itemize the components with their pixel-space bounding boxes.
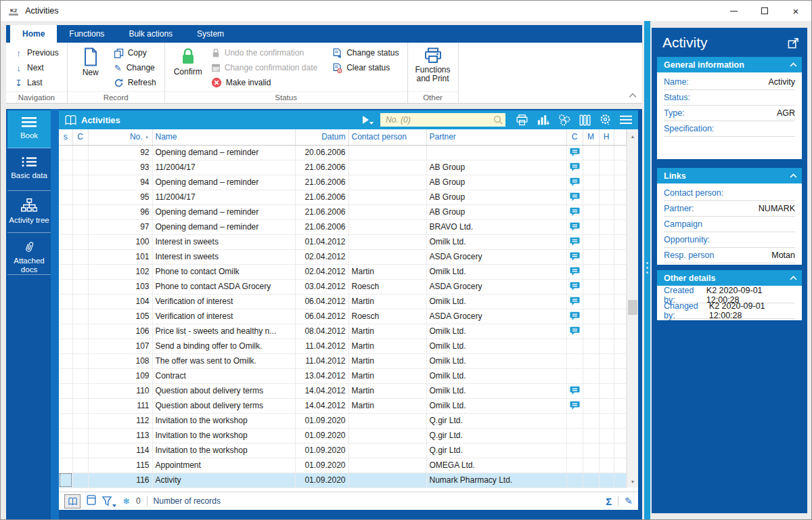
table-row[interactable]: 96Opening demand – reminder21.06.2006AB …	[59, 204, 627, 219]
section-general-information: General information Name:ActivityStatus:…	[657, 57, 802, 159]
vertical-scrollbar[interactable]: ▲ ▼	[627, 129, 638, 488]
copy-button[interactable]: Copy	[110, 45, 160, 60]
search-input[interactable]	[380, 113, 505, 127]
table-row[interactable]: 106Price list - sweets and healthy n...0…	[59, 324, 627, 339]
ribbon-collapse-chevron[interactable]	[629, 89, 637, 101]
menu-button[interactable]	[618, 115, 634, 125]
table-row[interactable]: 111Question about delivery terms14.04.20…	[59, 398, 627, 413]
detail-field[interactable]: Name:Activity	[664, 74, 795, 90]
section-header[interactable]: Links	[657, 168, 802, 183]
section-header[interactable]: Other details	[657, 270, 802, 286]
minimize-button[interactable]	[718, 1, 749, 21]
chevron-up-icon[interactable]	[784, 270, 802, 286]
table-row[interactable]: 97Opening demand – reminder21.06.2006BRA…	[59, 219, 627, 234]
functions-and-print-button[interactable]: Functions and Print	[412, 45, 454, 83]
column-header-contact-person[interactable]: Contact person	[348, 129, 426, 145]
column-header-name[interactable]: Name	[152, 129, 295, 145]
table-row[interactable]: 104Verification of interest06.04.2012Mar…	[59, 294, 627, 309]
table-row[interactable]: 101Interest in sweets02.04.2012ASDA Groc…	[59, 249, 627, 264]
book-icon	[64, 114, 77, 126]
sum-button[interactable]: Σ	[606, 496, 612, 507]
gears-button[interactable]	[556, 114, 573, 126]
table-row[interactable]: 113Invitation to the workshop01.09.2020Q…	[59, 428, 627, 443]
table-row[interactable]: 108The offer was sent to Omilk.11.04.201…	[59, 353, 627, 368]
close-button[interactable]: ×	[780, 1, 811, 21]
confirm-button[interactable]: Confirm	[169, 45, 207, 77]
tab-functions[interactable]: Functions	[57, 25, 116, 43]
detail-field[interactable]: Status:	[664, 90, 795, 106]
column-header-partner[interactable]: Partner	[426, 129, 566, 145]
chevron-up-icon[interactable]	[784, 168, 802, 183]
table-row[interactable]: 92Opening demand – reminder20.06.2006	[59, 145, 627, 160]
columns-button[interactable]	[577, 114, 593, 126]
column-header-datum[interactable]: Datum	[295, 129, 348, 145]
column-header-h[interactable]: H	[599, 129, 614, 145]
print-button[interactable]	[514, 114, 531, 126]
detail-field[interactable]: Opportunity:	[664, 232, 795, 248]
make-invalid-button[interactable]: Make invalid	[207, 75, 321, 90]
chevron-up-icon[interactable]	[784, 57, 802, 72]
printer-icon	[516, 114, 528, 126]
card-view-button[interactable]	[87, 495, 96, 508]
clear-status-button[interactable]: Clear status	[328, 60, 403, 75]
previous-button[interactable]: ↑Previous	[10, 45, 63, 60]
scroll-up-icon[interactable]: ▲	[627, 131, 638, 142]
last-button[interactable]: ↧Last	[10, 75, 63, 90]
detail-field[interactable]: Specification:	[664, 121, 795, 137]
sidebar-item-basic-data[interactable]: Basic data	[7, 150, 51, 191]
freeze-icon[interactable]: ❄	[122, 496, 130, 506]
filter-button[interactable]	[102, 496, 116, 506]
refresh-button[interactable]: Refresh	[110, 75, 160, 90]
panel-splitter[interactable]	[644, 21, 650, 519]
detail-field[interactable]: Partner:NUMARK	[664, 201, 795, 217]
maximize-button[interactable]	[749, 1, 780, 21]
table-row[interactable]: 115Appointment01.09.2020OMEGA Ltd.	[59, 458, 627, 473]
column-header-m[interactable]: M	[583, 129, 599, 145]
group-label-record: Record	[68, 91, 164, 103]
book-view-button[interactable]	[64, 494, 81, 508]
table-row[interactable]: 109Contract13.04.2012MartinOmilk Ltd.	[59, 368, 627, 383]
scroll-down-icon[interactable]: ▼	[627, 476, 638, 488]
table-row[interactable]: 100Interest in sweets01.04.2012Omilk Ltd…	[59, 234, 627, 249]
edit-button[interactable]: ✎	[625, 496, 633, 506]
table-row[interactable]: 9511/2004/1721.06.2006AB Group	[59, 190, 627, 204]
run-filter-button[interactable]	[363, 116, 374, 124]
table-row[interactable]: 102Phone to contact Omilk02.04.2012Marti…	[59, 264, 627, 279]
next-button[interactable]: ↓Next	[10, 60, 63, 75]
column-header-c2[interactable]: C	[566, 129, 583, 145]
detail-field[interactable]: Changed by:K2 2020-09-01 12:00:28	[664, 303, 795, 319]
open-in-window-icon[interactable]	[788, 37, 799, 49]
table-row[interactable]: 105Verification of interest06.04.2012Roe…	[59, 309, 627, 324]
new-button[interactable]: New	[72, 45, 110, 77]
section-header[interactable]: General information	[657, 57, 802, 72]
column-header-no[interactable]: No.▲	[88, 129, 152, 145]
detail-field[interactable]: Resp. personMotan	[664, 248, 795, 263]
table-row[interactable]: 116Activity01.09.2020Numark Pharmacy Ltd…	[59, 473, 627, 488]
sidebar-item-attached-docs[interactable]: Attached docs	[7, 234, 51, 275]
table-row[interactable]: 114Invitation to the workshop01.09.2020Q…	[59, 443, 627, 458]
detail-field[interactable]: Contact person:	[664, 186, 795, 201]
app-window: K2 Activities × Home Functions Bulk acti…	[0, 0, 812, 520]
scrollbar-thumb[interactable]	[628, 300, 637, 315]
table-row[interactable]: 110Question about delivery terms14.04.20…	[59, 383, 627, 398]
column-header-s[interactable]: s	[59, 129, 72, 145]
column-header-c[interactable]: C	[72, 129, 88, 145]
table-row[interactable]: 107Send a binding offer to Omilk.11.04.2…	[59, 339, 627, 353]
table-row[interactable]: 94Opening demand – reminder21.06.2006AB …	[59, 175, 627, 190]
settings-button[interactable]	[597, 114, 614, 126]
change-status-button[interactable]: Change status	[328, 45, 403, 60]
tab-bulk-actions[interactable]: Bulk actions	[116, 25, 185, 43]
table-row[interactable]: 103Phone to contact ASDA Grocery03.04.20…	[59, 279, 627, 294]
undo-confirmation-button[interactable]: Undo the confirmation	[207, 45, 321, 60]
chart-button[interactable]	[535, 114, 551, 126]
change-button[interactable]: ✎ Change	[110, 60, 160, 75]
tab-home[interactable]: Home	[10, 25, 57, 43]
sidebar-item-book[interactable]: Book	[7, 110, 51, 148]
sidebar-item-activity-tree[interactable]: Activity tree	[7, 192, 51, 233]
tab-system[interactable]: System	[185, 25, 236, 43]
table-row[interactable]: 9311/2004/1721.06.2006AB Group	[59, 160, 627, 175]
detail-field[interactable]: Campaign	[664, 217, 795, 232]
detail-field[interactable]: Type:AGR	[664, 106, 795, 121]
change-confirmation-date-button[interactable]: Change confirmation date	[207, 60, 321, 75]
table-row[interactable]: 112Invitation to the workshop01.09.2020Q…	[59, 413, 627, 428]
